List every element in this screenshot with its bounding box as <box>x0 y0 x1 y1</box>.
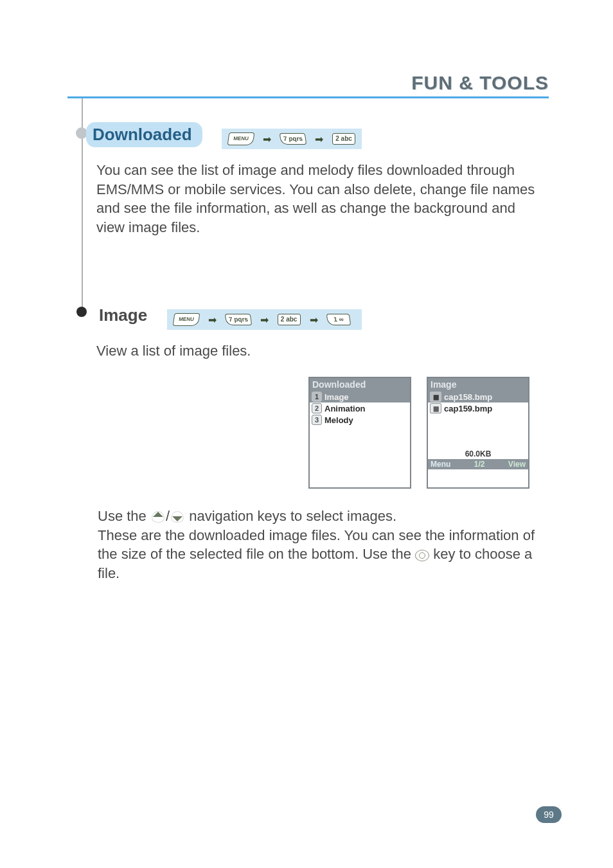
list-item[interactable]: ▩ cap158.bmp <box>428 391 528 402</box>
key-7pqrs: 7 pqrs <box>280 133 307 145</box>
section-downloaded: Downloaded MENU ➡ 7 pqrs ➡ 2 abc You can… <box>89 118 542 237</box>
softkey-center: 1/2 <box>453 459 506 469</box>
manual-page: FUN & TOOLS Downloaded MENU ➡ 7 pqrs ➡ 2… <box>0 0 613 868</box>
page-number: 99 <box>536 806 562 823</box>
image-body: View a list of image files. <box>96 341 542 361</box>
arrow-icon: ➡ <box>208 314 217 326</box>
spacer <box>428 414 528 449</box>
list-item[interactable]: ▩ cap159.bmp <box>428 402 528 414</box>
keypath-downloaded: MENU ➡ 7 pqrs ➡ 2 abc <box>222 129 362 149</box>
phone-screen-image: Image ▩ cap158.bmp ▩ cap159.bmp 60.0KB M… <box>427 377 529 489</box>
ok-key-icon <box>415 550 429 561</box>
list-item-label: Melody <box>324 415 353 425</box>
arrow-icon: ➡ <box>260 314 269 326</box>
list-item[interactable]: 2 Animation <box>310 402 410 414</box>
text-frag: navigation keys to select images. <box>189 508 396 524</box>
bullet-solid <box>76 307 87 317</box>
file-size: 60.0KB <box>428 449 528 459</box>
downloaded-body: You can see the list of image and melody… <box>96 161 542 237</box>
list-item[interactable]: 3 Melody <box>310 414 410 426</box>
list-item-label: Animation <box>324 404 366 413</box>
list-item-label: Image <box>324 392 349 402</box>
softkey-right[interactable]: View <box>506 459 528 469</box>
key-1: 1 ∞ <box>326 314 351 325</box>
section-heading-downloaded: Downloaded <box>86 122 202 147</box>
arrow-icon: ➡ <box>315 133 323 145</box>
arrow-icon: ➡ <box>310 314 318 326</box>
nav-up-icon <box>150 511 166 523</box>
key-7pqrs: 7 pqrs <box>224 314 252 325</box>
image-file-icon: ▩ <box>430 403 441 413</box>
page-title: FUN & TOOLS <box>411 72 549 94</box>
list-item[interactable]: 1 Image <box>310 391 410 402</box>
arrow-icon: ➡ <box>263 133 271 145</box>
phone-screen-body: ▩ cap158.bmp ▩ cap159.bmp 60.0KB <box>428 391 528 459</box>
phone-screens: Downloaded 1 Image 2 Animation 3 Melody … <box>308 377 529 489</box>
phone-screen-body: 1 Image 2 Animation 3 Melody <box>310 391 410 487</box>
softkey-bar: Menu 1/2 View <box>428 459 528 469</box>
text-frag: Use the <box>98 508 150 524</box>
phone-screen-downloaded: Downloaded 1 Image 2 Animation 3 Melody <box>308 377 411 489</box>
list-item-label: cap158.bmp <box>444 392 492 402</box>
softkey-left[interactable]: Menu <box>428 459 453 469</box>
key-menu: MENU <box>172 313 200 326</box>
key-menu: MENU <box>227 132 255 145</box>
phone-screen-title: Downloaded <box>310 378 410 391</box>
list-item-label: cap159.bmp <box>444 404 492 413</box>
phone-screen-title: Image <box>428 378 528 391</box>
list-number-icon: 2 <box>312 403 322 413</box>
nav-down-icon <box>170 511 185 523</box>
section-image: Image MENU ➡ 7 pqrs ➡ 2 abc ➡ 1 ∞ View a… <box>89 299 542 361</box>
section-heading-image: Image <box>99 305 147 325</box>
list-number-icon: 3 <box>312 415 322 425</box>
bottom-text: Use the / navigation keys to select imag… <box>98 507 542 583</box>
list-number-icon: 1 <box>312 392 322 402</box>
image-file-icon: ▩ <box>430 392 441 402</box>
key-2abc: 2 abc <box>278 314 301 325</box>
keypath-image: MENU ➡ 7 pqrs ➡ 2 abc ➡ 1 ∞ <box>167 309 362 330</box>
header-divider <box>67 96 549 98</box>
key-2abc: 2 abc <box>332 133 355 145</box>
